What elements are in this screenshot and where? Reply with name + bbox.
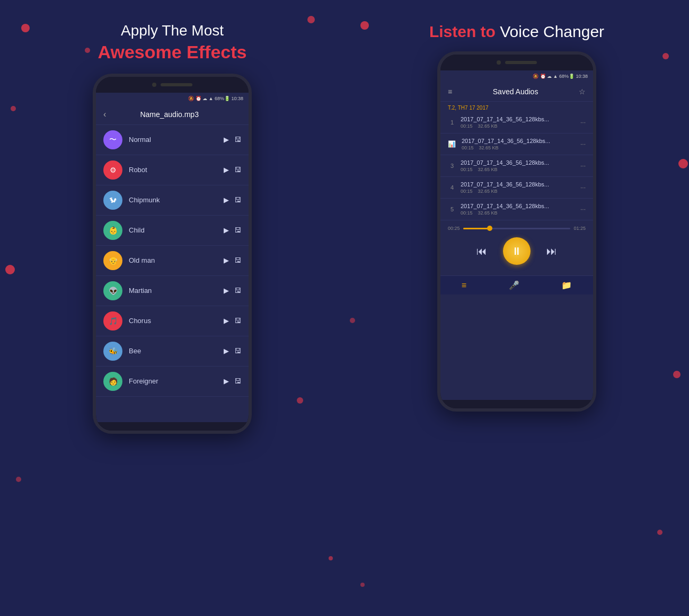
audio-meta-0: 00:15 32.65 KB: [461, 123, 576, 129]
audio-filename-3: 2017_07_17_14_36_56_128kbs...: [461, 181, 576, 188]
effect-item-normal[interactable]: 〜 Normal ▶ 🖫: [96, 125, 249, 155]
play-effect-0[interactable]: ▶: [224, 136, 229, 144]
saved-app-bar: ≡ Saved Audios ☆: [440, 82, 593, 102]
effect-item-child[interactable]: 👶 Child ▶ 🖫: [96, 216, 249, 246]
right-heading: Listen to Voice Changer: [429, 21, 604, 42]
effect-icon-4: 👴: [103, 251, 122, 270]
star-icon[interactable]: ☆: [579, 87, 586, 96]
play-effect-7[interactable]: ▶: [224, 347, 229, 355]
effect-item-chipmunk[interactable]: 🐿 Chipmunk ▶ 🖫: [96, 185, 249, 216]
audio-item-3[interactable]: 3 2017_07_17_14_36_56_128kbs... 00:15 32…: [440, 155, 593, 177]
audio-item-1[interactable]: 1 2017_07_17_14_36_56_128kbs... 00:15 32…: [440, 112, 593, 133]
folder-icon: 📁: [561, 280, 572, 290]
nav-folder[interactable]: 📁: [561, 280, 572, 290]
effect-item-robot[interactable]: ⚙ Robot ▶ 🖫: [96, 155, 249, 185]
effect-icon-0: 〜: [103, 130, 122, 149]
save-effect-6[interactable]: 🖫: [234, 317, 241, 325]
audio-meta-4: 00:15 32.65 KB: [461, 210, 576, 216]
effect-icon-6: 🎵: [103, 311, 122, 331]
audio-item-5[interactable]: 5 2017_07_17_14_36_56_128kbs... 00:15 32…: [440, 199, 593, 220]
progress-bar[interactable]: [463, 228, 571, 229]
phone-bottom-right: [440, 400, 593, 408]
effect-actions-3: ▶ 🖫: [224, 226, 241, 234]
audio-more-2[interactable]: ···: [580, 162, 586, 169]
effect-actions-7: ▶ 🖫: [224, 347, 241, 355]
effect-actions-0: ▶ 🖫: [224, 136, 241, 144]
effect-list: 〜 Normal ▶ 🖫 ⚙ Robot ▶ 🖫 🐿 Chipmunk ▶ 🖫 …: [96, 125, 249, 397]
effect-item-chorus[interactable]: 🎵 Chorus ▶ 🖫: [96, 306, 249, 336]
effect-icon-5: 👽: [103, 281, 122, 300]
save-effect-7[interactable]: 🖫: [234, 347, 241, 355]
effect-icon-1: ⚙: [103, 160, 122, 180]
effect-item-foreigner[interactable]: 🧑 Foreigner ▶ 🖫: [96, 367, 249, 397]
save-effect-5[interactable]: 🖫: [234, 287, 241, 294]
audio-more-4[interactable]: ···: [580, 206, 586, 213]
list-icon: ≡: [462, 281, 466, 290]
effect-name-7: Bee: [129, 347, 217, 355]
nav-list[interactable]: ≡: [462, 281, 466, 290]
phone-bottom-left: [96, 422, 249, 431]
audio-size-2: 32.65 KB: [478, 167, 498, 172]
save-effect-0[interactable]: 🖫: [234, 136, 241, 144]
right-panel: Listen to Voice Changer 🔕 ⏰ ☁ ▲ 68%🔋 10:…: [344, 0, 689, 616]
left-panel: Apply The Most Awesome Effects 🔕 ⏰ ☁ ▲ 6…: [0, 0, 344, 616]
menu-icon[interactable]: ≡: [448, 87, 452, 96]
audio-meta-1: 00:15 32.65 KB: [462, 145, 576, 150]
audio-item-2[interactable]: 📊 2017_07_17_14_36_56_128kbs... 00:15 32…: [440, 133, 593, 155]
save-effect-8[interactable]: 🖫: [234, 377, 241, 385]
audio-filename-4: 2017_07_17_14_36_56_128kbs...: [461, 203, 576, 209]
prev-button[interactable]: ⏮: [476, 245, 487, 257]
audio-num-3: 4: [448, 184, 456, 191]
effect-icon-7: 🐝: [103, 342, 122, 361]
play-effect-4[interactable]: ▶: [224, 256, 229, 264]
play-effect-5[interactable]: ▶: [224, 287, 229, 294]
effect-actions-1: ▶ 🖫: [224, 166, 241, 174]
screen-left: ‹ Name_audio.mp3 〜 Normal ▶ 🖫 ⚙ Robot ▶ …: [96, 104, 249, 422]
current-time: 00:25: [448, 226, 460, 231]
save-effect-3[interactable]: 🖫: [234, 226, 241, 234]
effect-actions-2: ▶ 🖫: [224, 196, 241, 204]
audio-time-3: 00:15: [461, 189, 473, 194]
audio-time-1: 00:15: [462, 145, 474, 150]
save-effect-4[interactable]: 🖫: [234, 256, 241, 264]
audio-item-4[interactable]: 4 2017_07_17_14_36_56_128kbs... 00:15 32…: [440, 177, 593, 199]
audio-size-3: 32.65 KB: [478, 189, 498, 194]
audio-more-0[interactable]: ···: [580, 119, 586, 126]
app-title-left: Name_audio.mp3: [106, 110, 233, 119]
status-bar-left: 🔕 ⏰ ☁ ▲ 68%🔋 10:38: [96, 93, 249, 104]
audio-more-1[interactable]: ···: [580, 140, 586, 148]
save-effect-1[interactable]: 🖫: [234, 166, 241, 174]
play-pause-button[interactable]: ⏸: [503, 237, 531, 265]
audio-filename-1: 2017_07_17_14_36_56_128kbs...: [462, 138, 576, 144]
nav-mic[interactable]: 🎤: [509, 280, 519, 290]
effect-item-martian[interactable]: 👽 Martian ▶ 🖫: [96, 276, 249, 306]
audio-size-0: 32.65 KB: [478, 123, 498, 129]
speaker-right: [505, 61, 537, 64]
effect-item-old-man[interactable]: 👴 Old man ▶ 🖫: [96, 246, 249, 276]
right-heading-rest: Voice Changer: [500, 23, 604, 40]
save-effect-2[interactable]: 🖫: [234, 196, 241, 204]
audio-num-0: 1: [448, 119, 456, 126]
status-text-left: 🔕 ⏰ ☁ ▲ 68%🔋 10:38: [188, 96, 243, 101]
play-effect-6[interactable]: ▶: [224, 317, 229, 325]
audio-meta-3: 00:15 32.65 KB: [461, 189, 576, 194]
next-button[interactable]: ⏭: [546, 245, 557, 257]
right-heading-highlight: Listen to: [429, 23, 496, 40]
play-effect-3[interactable]: ▶: [224, 226, 229, 234]
speaker-left: [161, 83, 192, 86]
effect-actions-8: ▶ 🖫: [224, 377, 241, 385]
play-effect-1[interactable]: ▶: [224, 166, 229, 174]
play-effect-8[interactable]: ▶: [224, 377, 229, 385]
effect-icon-8: 🧑: [103, 372, 122, 391]
audio-info-3: 2017_07_17_14_36_56_128kbs... 00:15 32.6…: [461, 181, 576, 194]
audio-meta-2: 00:15 32.65 KB: [461, 167, 576, 172]
effect-item-bee[interactable]: 🐝 Bee ▶ 🖫: [96, 336, 249, 367]
audio-filename-0: 2017_07_17_14_36_56_128kbs...: [461, 116, 576, 122]
audio-num-2: 3: [448, 163, 456, 169]
date-label: T.2, TH7 17 2017: [440, 102, 593, 112]
audio-more-3[interactable]: ···: [580, 184, 586, 191]
effect-name-4: Old man: [129, 256, 217, 264]
audio-filename-2: 2017_07_17_14_36_56_128kbs...: [461, 159, 576, 166]
audio-time-0: 00:15: [461, 123, 473, 129]
play-effect-2[interactable]: ▶: [224, 196, 229, 204]
